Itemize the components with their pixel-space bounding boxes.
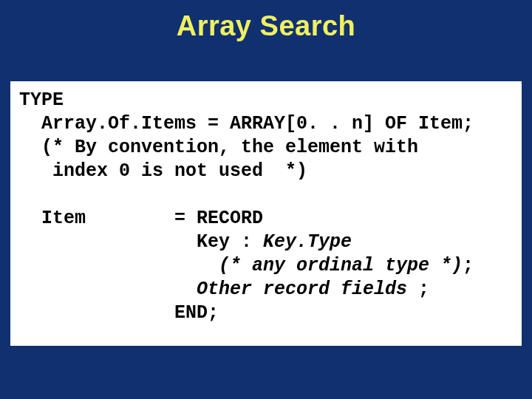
code-line-4: index 0 is not used *) xyxy=(19,160,307,182)
code-line-3: (* By convention, the element with xyxy=(19,137,418,158)
slide-title: Array Search xyxy=(0,0,532,42)
code-line-7a: Key : xyxy=(19,231,263,253)
slide: Array Search TYPE Array.Of.Items = ARRAY… xyxy=(0,0,532,399)
code-line-8a xyxy=(19,255,219,276)
code-line-8c: ; xyxy=(463,255,474,276)
code-line-7b: Key.Type xyxy=(263,231,352,253)
code-line-2: Array.Of.Items = ARRAY[0. . n] OF Item; xyxy=(19,113,474,134)
code-line-9b: Other record fields xyxy=(197,279,418,300)
code-line-9a xyxy=(19,279,197,300)
code-line-10: END; xyxy=(19,302,219,324)
code-line-9c: ; xyxy=(418,279,429,300)
code-line-1: TYPE xyxy=(19,89,64,111)
code-line-8b: (* any ordinal type *) xyxy=(219,255,463,276)
code-line-6: Item = RECORD xyxy=(19,208,263,229)
code-block: TYPE Array.Of.Items = ARRAY[0. . n] OF I… xyxy=(19,89,513,325)
code-box: TYPE Array.Of.Items = ARRAY[0. . n] OF I… xyxy=(10,81,522,346)
